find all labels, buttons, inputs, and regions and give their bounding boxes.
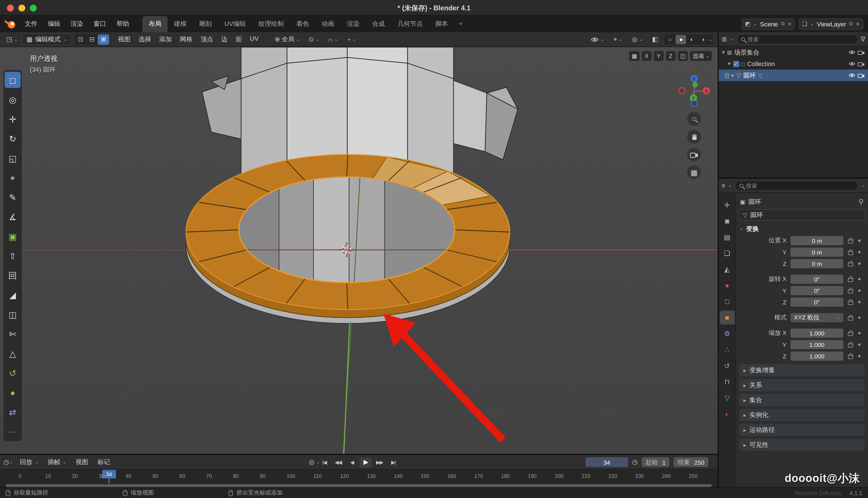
collection-checkbox[interactable]: ✓ (733, 61, 739, 67)
cursor-tool[interactable]: ◎ (4, 91, 21, 107)
workspace-tab[interactable]: 着色 (290, 16, 315, 32)
bevel-tool[interactable]: ◢ (4, 287, 21, 303)
knife-tool[interactable]: ✄ (4, 326, 21, 342)
transform-value-field[interactable]: 0° (790, 297, 843, 306)
timeline-scrollbar[interactable] (6, 484, 712, 487)
auto-key-icon[interactable]: ◎ (309, 458, 314, 466)
eye-icon[interactable] (849, 49, 855, 55)
app-menu-item[interactable]: 帮助 (111, 18, 134, 30)
measure-tool[interactable]: ∡ (4, 209, 21, 225)
lock-icon[interactable] (848, 332, 853, 336)
app-menu-item[interactable]: 渲染 (66, 18, 89, 30)
mirror-x-button[interactable]: X (642, 51, 652, 61)
options-dropdown[interactable]: 选项 ⌄ (690, 51, 712, 61)
jump-to-end-button[interactable]: ▶| (387, 457, 399, 467)
lock-icon[interactable] (848, 343, 853, 347)
add-workspace-button[interactable]: + (455, 17, 467, 31)
animate-dot[interactable] (858, 316, 860, 318)
app-menu-item[interactable]: 编辑 (42, 18, 66, 30)
viewport-menu-item[interactable]: 视图 (114, 33, 134, 45)
mirror-icon[interactable]: ▦ (629, 51, 639, 61)
transform-value-field[interactable]: XYZ 欧拉⌄ (790, 313, 843, 322)
poly-build-tool[interactable]: △ (4, 345, 21, 361)
viewport-menu-item[interactable]: 顶点 (196, 33, 217, 45)
orientation-dropdown[interactable]: ⊕ 全局 ⌄ (272, 34, 303, 45)
transform-value-field[interactable]: 0 m (790, 247, 843, 257)
scale-tool[interactable]: ◱ (4, 150, 21, 166)
outliner-search-input[interactable] (747, 36, 853, 42)
jump-next-keyframe-button[interactable]: ▶▶ (373, 457, 386, 467)
properties-tab-render[interactable]: ◙ (720, 214, 734, 228)
scene-collection-row[interactable]: ▾ ⊞ 场景集合 (719, 47, 868, 58)
gizmo-y-back-axis[interactable] (692, 82, 698, 87)
play-button[interactable]: ▶ (360, 457, 372, 467)
proportional-edit-button[interactable]: ◔ ⌄ (344, 35, 359, 44)
workspace-tab[interactable]: 纹理绘制 (252, 16, 290, 32)
orientation-gizmo[interactable]: Z X Y (676, 73, 712, 108)
camera-icon[interactable] (858, 50, 865, 55)
viewport-menu-item[interactable]: 面 (231, 33, 246, 45)
properties-section[interactable]: ▸实例化 (740, 409, 865, 421)
rotate-tool[interactable]: ↻ (4, 130, 21, 146)
blender-logo-icon[interactable] (4, 19, 16, 29)
loop-cut-tool[interactable]: ◫ (4, 306, 21, 322)
properties-tab-tool[interactable]: ✛ (720, 198, 734, 212)
properties-tab-scene[interactable]: ◭ (720, 262, 734, 276)
workspace-tab[interactable]: 合成 (366, 16, 391, 32)
properties-tab-output[interactable]: ▤ (720, 230, 734, 244)
transform-panel-header[interactable]: ⌄ 变换 (738, 223, 866, 234)
properties-section[interactable]: ▸集合 (740, 394, 865, 406)
camera-view-button[interactable] (687, 148, 701, 161)
lock-icon[interactable] (848, 278, 853, 282)
animate-dot[interactable] (858, 343, 860, 345)
properties-tab-physics[interactable]: ↺ (720, 359, 734, 373)
outliner-editor-icon[interactable]: ≣ (722, 35, 727, 43)
frame-end-field[interactable]: 结束 250 (674, 457, 708, 467)
transform-value-field[interactable]: 1.000 (790, 340, 843, 349)
new-viewlayer-icon[interactable]: ⧉ (849, 21, 853, 27)
properties-search-input[interactable] (746, 182, 854, 189)
viewport-menu-item[interactable]: 边 (217, 33, 231, 45)
mirror-y-button[interactable]: Y (654, 51, 664, 61)
pivot-dropdown[interactable]: ⊙ ⌄ (306, 35, 322, 44)
scene-selector[interactable]: ◩ ⌄ Scene ⧉ ✕ (742, 18, 795, 29)
camera-icon[interactable] (858, 61, 865, 66)
gizmos-dropdown[interactable]: ⌖ ⌄ (611, 35, 625, 44)
properties-tab-constraints[interactable]: ⊓ (720, 375, 734, 389)
lock-icon[interactable] (848, 301, 853, 305)
editor-type-button[interactable]: ◳ ⌄ (3, 35, 21, 44)
workspace-tab[interactable]: UV编辑 (218, 16, 252, 32)
unlink-scene-icon[interactable]: ✕ (787, 21, 792, 27)
outliner-search[interactable] (736, 34, 858, 44)
more-tools-tool[interactable]: ⋯ (4, 423, 21, 440)
app-menu-item[interactable]: 窗口 (89, 18, 111, 30)
transform-value-field[interactable]: 1.000 (790, 328, 843, 338)
transform-value-field[interactable]: 1.000 (790, 351, 843, 361)
current-frame-field[interactable]: 34 (585, 457, 628, 467)
properties-section[interactable]: ▸运动路径 (740, 424, 865, 436)
workspace-tab[interactable]: 雕刻 (193, 16, 218, 32)
viewlayer-selector[interactable]: ❏ ⌄ ViewLayer ⧉ ✕ (799, 18, 864, 29)
viewport[interactable]: 用户透视 (34) 圆环 ◻◎✛↻◱⌖✎∡▣⇧回◢◫✄△↺●⇄⋯ ▦ X Y Z… (0, 47, 718, 454)
lock-icon[interactable] (848, 239, 853, 243)
animate-dot[interactable] (858, 262, 860, 264)
frame-start-field[interactable]: 起始 1 (641, 457, 670, 467)
play-reverse-button[interactable]: ◀ (345, 457, 358, 467)
lock-icon[interactable] (848, 251, 853, 255)
overlays-dropdown[interactable]: ◎ ⌄ (629, 35, 646, 44)
jump-to-start-button[interactable]: |◀ (318, 457, 331, 467)
camera-icon[interactable] (858, 73, 865, 78)
properties-tab-collection[interactable]: □ (720, 295, 734, 309)
material-shading-button[interactable]: ◐ (687, 35, 697, 44)
viewport-menu-item[interactable]: 添加 (155, 33, 176, 45)
visibility-dropdown[interactable]: ⌄ (588, 35, 607, 43)
properties-tab-object[interactable]: ■ (720, 311, 734, 325)
viewport-menu-item[interactable]: 网格 (176, 33, 196, 45)
edge-select-button[interactable]: ⊟ (86, 34, 98, 44)
zoom-button[interactable] (687, 112, 701, 126)
collection-row[interactable]: ▾ ✓ □ Collection (719, 58, 868, 69)
workspace-tab[interactable]: 建模 (168, 16, 193, 32)
viewport-menu-item[interactable]: 选择 (134, 33, 155, 45)
animate-dot[interactable] (858, 301, 860, 303)
toggle-ortho-button[interactable]: ▦ (687, 166, 701, 179)
